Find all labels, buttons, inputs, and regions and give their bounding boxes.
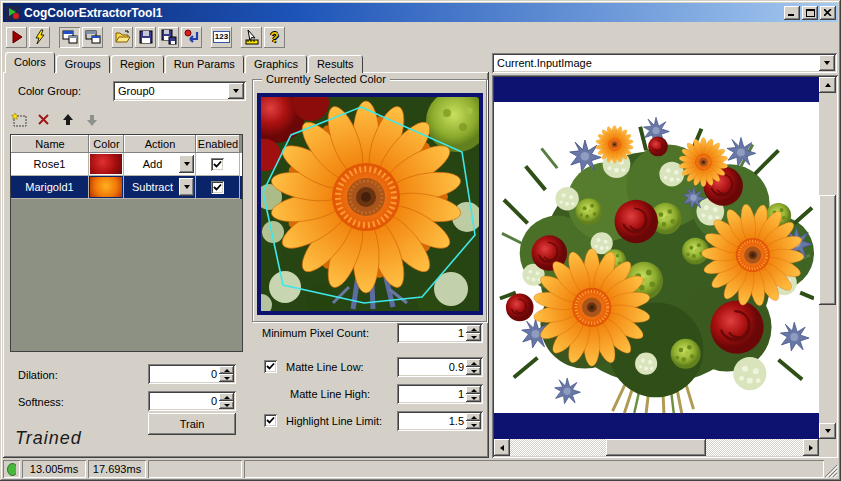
spin-down-button[interactable] [219,374,234,382]
move-up-button[interactable] [56,111,80,131]
scroll-down-button[interactable] [819,423,836,439]
rulers-button[interactable] [241,27,262,48]
close-button[interactable] [820,6,836,20]
spin-down-button[interactable] [466,394,481,402]
electric-run-button[interactable] [29,27,50,48]
selected-color-title: Currently Selected Color [262,73,390,85]
selected-color-groupbox: Currently Selected Color [252,79,487,322]
spin-up-button[interactable] [466,325,481,333]
resize-grip[interactable] [824,464,838,478]
spin-down-button[interactable] [466,421,481,429]
green-led-icon [7,463,16,476]
tab-results[interactable]: Results [308,55,363,73]
spin-up-button[interactable] [466,413,481,421]
floating-window-button[interactable] [82,27,103,48]
status-panel-3 [148,460,242,478]
save-button[interactable] [135,27,156,48]
scroll-up-button[interactable] [819,77,836,93]
spin-down-button[interactable] [466,367,481,375]
spin-up-button[interactable] [219,366,234,374]
tab-run-params[interactable]: Run Params [165,55,244,73]
input-image-canvas[interactable] [494,77,819,439]
minimize-button[interactable] [784,6,800,20]
floppy-save-icon [138,29,154,45]
image-selector-combobox[interactable]: Current.InputImage [492,53,837,73]
minimum-pixel-count-spinner[interactable]: 1 [397,323,483,343]
cell-action[interactable]: Subtract [124,176,196,199]
action-drop-button[interactable] [179,155,194,173]
scroll-right-button[interactable] [803,439,819,456]
matte-line-low-spinner[interactable]: 0.9 [397,357,483,377]
cell-name[interactable]: Marigold1 [11,176,89,199]
header-action[interactable]: Action [124,135,196,153]
horizontal-scrollbar[interactable] [494,439,819,456]
color-group-drop-button[interactable] [228,83,244,99]
cog-color-extractor-window: CogColorExtractorTool1 123 ? Colors Grou… [0,0,841,481]
image-selector-drop-button[interactable] [819,55,835,71]
ruler-pointer-icon [244,29,260,45]
highlight-line-limit-spinner[interactable]: 1.5 [397,411,483,431]
selected-color-image[interactable] [257,93,483,315]
open-file-button[interactable] [112,27,133,48]
enabled-checkbox[interactable] [211,158,224,171]
bouquet-image [498,103,814,415]
color-group-label: Color Group: [18,85,81,97]
highlight-line-limit-label: Highlight Line Limit: [286,415,382,427]
cell-action[interactable]: Add [124,153,196,176]
spin-down-icon [471,424,477,427]
image-top-margin [494,77,819,102]
chevron-down-icon [184,185,190,189]
matte-line-high-spinner[interactable]: 1 [397,384,483,404]
matte-line-low-checkbox[interactable] [264,360,277,373]
highlight-line-limit-checkbox[interactable] [264,414,277,427]
cell-color[interactable] [89,153,124,176]
tab-region[interactable]: Region [111,55,164,73]
softness-spinner[interactable]: 0 [148,391,236,411]
header-color[interactable]: Color [89,135,124,153]
reset-button[interactable] [181,27,202,48]
help-button[interactable]: ? [264,27,285,48]
scroll-left-button[interactable] [494,439,510,456]
marigold-color-swatch [90,177,122,197]
dilation-spinner[interactable]: 0 [148,364,236,384]
cell-color[interactable] [89,176,124,199]
save-as-button[interactable] [158,27,179,48]
move-down-button[interactable] [80,111,104,131]
cell-enabled[interactable] [196,176,240,199]
delete-color-button[interactable] [32,111,56,131]
tab-groups[interactable]: Groups [56,55,110,73]
table-row-rose1[interactable]: Rose1 Add [11,153,242,176]
spin-up-button[interactable] [466,359,481,367]
spin-up-button[interactable] [219,393,234,401]
horizontal-scroll-thumb[interactable] [606,439,706,456]
tab-graphics[interactable]: Graphics [245,55,307,73]
vertical-scrollbar[interactable] [819,77,836,439]
cell-enabled[interactable] [196,153,240,176]
tab-colors[interactable]: Colors [5,52,55,73]
app-icon [5,5,21,21]
spin-down-button[interactable] [219,401,234,409]
image-display-toggle-button[interactable] [59,27,80,48]
header-enabled[interactable]: Enabled [196,135,240,153]
matte-line-high-label: Matte Line High: [290,388,370,400]
vertical-scroll-thumb[interactable] [819,195,836,305]
spin-up-button[interactable] [466,386,481,394]
enabled-checkbox[interactable] [211,181,224,194]
header-name[interactable]: Name [11,135,89,153]
spin-down-button[interactable] [466,333,481,341]
table-row-marigold1[interactable]: Marigold1 Subtract [11,176,242,199]
color-group-value: Group0 [113,81,246,101]
scrollbar-corner [819,439,836,456]
show-results-button[interactable]: 123 [211,27,232,48]
numbers-123-icon: 123 [213,31,230,43]
run-button[interactable] [6,27,27,48]
arrow-left-icon [500,445,504,451]
new-color-button[interactable] [8,111,32,131]
color-group-combobox[interactable]: Group0 [113,81,246,101]
spin-down-icon [471,370,477,373]
maximize-button[interactable] [802,6,818,20]
cell-name[interactable]: Rose1 [11,153,89,176]
action-drop-button[interactable] [179,178,194,196]
train-button[interactable]: Train [148,413,236,435]
title-bar[interactable]: CogColorExtractorTool1 [3,3,838,22]
